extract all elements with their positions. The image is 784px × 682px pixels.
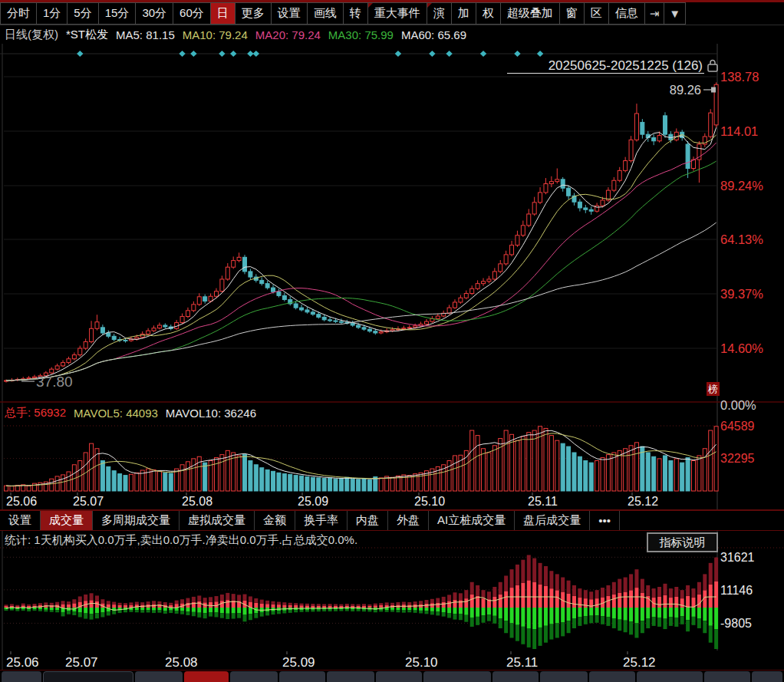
period-toolbar: 分时1分5分15分30分60分日更多设置画线转重大事件演加权超级叠加窗区信息⇥▼ (0, 2, 784, 25)
bottom-bar-button-12[interactable] (637, 671, 703, 682)
indicator-tab-bar: 设置成交量多周期成交量虚拟成交量金额换手率内盘外盘AI立桩成交量盘后成交量••• (0, 509, 784, 531)
svg-text:25.08: 25.08 (165, 655, 198, 670)
svg-text:114.01: 114.01 (720, 124, 758, 138)
svg-text:25.06: 25.06 (6, 655, 39, 670)
bottom-bar-button-5[interactable] (279, 671, 325, 682)
bottom-bar-button-6[interactable] (327, 671, 374, 682)
tab-ai-volume[interactable]: AI立桩成交量 (429, 511, 515, 530)
toolbar-item-more[interactable]: 更多 (236, 2, 272, 25)
tab-more[interactable]: ••• (590, 511, 620, 530)
svg-text:32295: 32295 (720, 452, 755, 465)
tab-multi-period-volume[interactable]: 多周期成交量 (93, 511, 180, 530)
svg-text:25.08: 25.08 (182, 495, 212, 508)
svg-text:25.12: 25.12 (628, 495, 658, 508)
svg-text:25.07: 25.07 (73, 495, 104, 508)
svg-text:37.80: 37.80 (36, 374, 73, 390)
toolbar-item-super-overlay[interactable]: 超级叠加 (501, 2, 560, 25)
toolbar-item-60min[interactable]: 60分 (173, 2, 211, 25)
toolbar-item-intraday[interactable]: 分时 (0, 2, 37, 25)
svg-text:25.11: 25.11 (506, 655, 538, 670)
toolbar-item-rights[interactable]: 权 (476, 2, 501, 25)
bottom-bar-button-13[interactable] (704, 671, 750, 682)
toolbar-item-add[interactable]: 加 (452, 2, 476, 25)
tab-virtual-volume[interactable]: 虚拟成交量 (180, 511, 255, 530)
bottom-bar-button-0[interactable] (2, 671, 41, 682)
toolbar-item-window[interactable]: 窗 (560, 2, 585, 25)
volume-header-value-2: MAVOL10: 36246 (166, 407, 256, 420)
svg-text:39.37%: 39.37% (720, 287, 763, 301)
toolbar-item-info[interactable]: 信息 (609, 2, 645, 25)
ma-value-2: MA20: 79.24 (255, 28, 321, 41)
svg-text:25.07: 25.07 (65, 655, 98, 670)
svg-text:89.26: 89.26 (670, 83, 701, 97)
toolbar-item-draw-line[interactable]: 画线 (308, 2, 344, 25)
toolbar-item-zone[interactable]: 区 (585, 2, 609, 25)
svg-text:31621: 31621 (720, 551, 755, 564)
bottom-bar-button-11[interactable] (589, 671, 635, 682)
svg-text:64.13%: 64.13% (720, 232, 763, 246)
toolbar-item-major-events[interactable]: 重大事件 (368, 2, 427, 25)
symbol-name: *ST松发 (66, 28, 108, 42)
institution-stats-text: 统计: 1天机构买入0.0万手,卖出0.0万手.净卖出0.0万手.占总成交0.0… (5, 533, 357, 548)
jump-to-end-icon[interactable]: ⇥ (645, 2, 665, 25)
toolbar-item-30min[interactable]: 30分 (136, 2, 173, 25)
svg-text:20250625-20251225 (126): 20250625-20251225 (126) (548, 58, 703, 73)
svg-text:25.06: 25.06 (6, 495, 37, 508)
period-label: 日线(复权) (5, 28, 58, 42)
svg-text:138.78: 138.78 (720, 70, 759, 84)
svg-text:25.10: 25.10 (414, 495, 445, 508)
tab-turnover[interactable]: 换手率 (295, 511, 348, 530)
svg-text:25.10: 25.10 (405, 655, 438, 670)
ma-value-4: MA60: 65.69 (401, 28, 466, 41)
volume-header-value-1: MAVOL5: 44093 (74, 407, 158, 420)
ma-value-1: MA10: 79.24 (183, 28, 248, 41)
tab-after-hours-volume[interactable]: 盘后成交量 (515, 511, 590, 530)
bottom-bar-button-10[interactable] (540, 671, 588, 682)
toolbar-item-settings[interactable]: 设置 (272, 2, 308, 25)
toolbar-item-day[interactable]: 日 (211, 2, 236, 25)
bottom-bar-button-14[interactable] (752, 671, 782, 682)
svg-text:89.24%: 89.24% (720, 179, 763, 193)
ma-value-3: MA30: 75.99 (328, 28, 394, 41)
toolbar-item-15min[interactable]: 15分 (99, 2, 137, 25)
toolbar-item-1min[interactable]: 1分 (37, 2, 68, 25)
toolbar-item-demo[interactable]: 演 (427, 2, 452, 25)
bottom-bar-button-9[interactable] (492, 671, 539, 682)
volume-pane-header: 总手: 56932MAVOL5: 44093MAVOL10: 36246 (5, 405, 256, 420)
bottom-bar-button-7[interactable] (376, 671, 422, 682)
svg-text:14.60%: 14.60% (720, 341, 763, 355)
bottom-bar-button-3[interactable] (184, 671, 229, 682)
chart-canvas: 138.78114.0189.24%64.13%39.37%14.60%0.00… (0, 0, 784, 682)
svg-text:25.11: 25.11 (528, 495, 558, 508)
svg-text:25.09: 25.09 (298, 495, 328, 508)
svg-text:榜: 榜 (707, 384, 718, 395)
bottom-bar-button-2[interactable] (135, 671, 183, 682)
bottom-bar-button-1[interactable] (43, 671, 133, 682)
toolbar-item-trans[interactable]: 转 (344, 2, 368, 25)
toolbar-item-5min[interactable]: 5分 (68, 2, 98, 25)
tab-settings[interactable]: 设置 (0, 511, 41, 530)
stock-chart-window: 分时1分5分15分30分60分日更多设置画线转重大事件演加权超级叠加窗区信息⇥▼… (0, 0, 784, 682)
tab-volume[interactable]: 成交量 (41, 511, 93, 530)
bottom-bar-button-4[interactable] (230, 671, 278, 682)
volume-header-value-0: 总手: 56932 (5, 406, 66, 420)
indicator-help-button[interactable]: 指标说明 (647, 532, 718, 552)
svg-text:25.09: 25.09 (282, 655, 315, 670)
svg-text:64589: 64589 (720, 420, 755, 433)
tab-amount[interactable]: 金额 (255, 511, 295, 530)
tab-outer-disc[interactable]: 外盘 (388, 511, 429, 530)
svg-text:11146: 11146 (720, 584, 753, 597)
svg-text:0.00%: 0.00% (720, 398, 756, 412)
ma-value-0: MA5: 81.15 (116, 28, 175, 41)
chevron-down-icon[interactable]: ▼ (664, 2, 686, 25)
svg-text:25.12: 25.12 (623, 655, 656, 670)
bottom-shortcut-bar (0, 671, 784, 682)
chart-header-row: 日线(复权) *ST松发 MA5: 81.15MA10: 79.24MA20: … (5, 25, 466, 44)
svg-text:-9805: -9805 (720, 617, 752, 630)
tab-inner-disc[interactable]: 内盘 (348, 511, 388, 530)
bottom-bar-button-8[interactable] (423, 671, 491, 682)
